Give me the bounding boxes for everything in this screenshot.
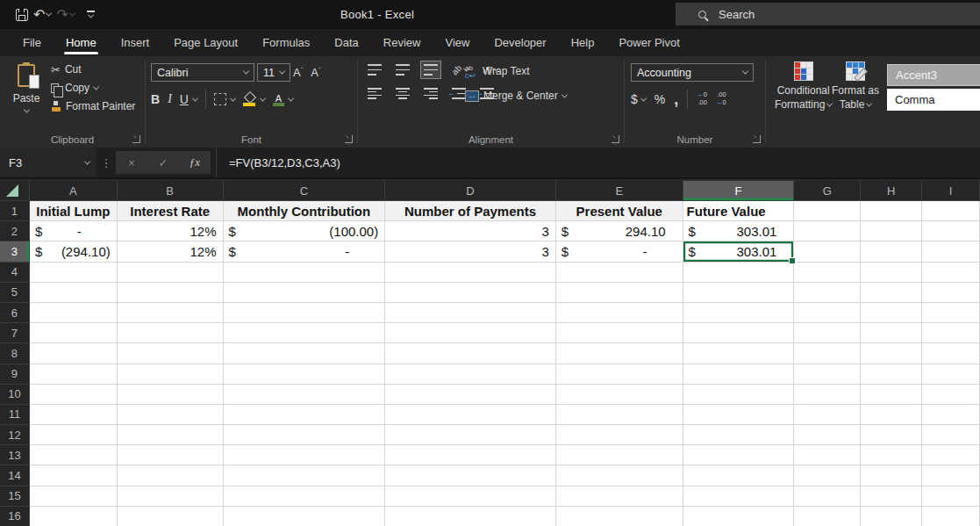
cell-G1[interactable] — [794, 201, 861, 221]
cell-E11[interactable] — [556, 405, 683, 425]
cell-F3[interactable]: $303.01 — [683, 241, 795, 262]
cell-I1[interactable] — [922, 201, 980, 221]
cell-E1[interactable]: Present Value — [556, 201, 683, 221]
row-header-9[interactable]: 9 — [0, 364, 30, 385]
cell-I6[interactable] — [922, 303, 980, 323]
cell-H9[interactable] — [861, 364, 922, 385]
cell-G14[interactable] — [794, 465, 861, 486]
cell-H2[interactable] — [861, 221, 922, 241]
column-header-G[interactable]: G — [794, 181, 861, 201]
alignment-dialog-launcher[interactable] — [612, 135, 619, 143]
cell-I13[interactable] — [922, 445, 980, 465]
cell-G10[interactable] — [794, 385, 861, 405]
cell-H10[interactable] — [861, 385, 922, 405]
font-color-button[interactable]: A — [273, 93, 293, 106]
cell-F10[interactable] — [683, 385, 795, 405]
underline-button[interactable]: U — [180, 92, 197, 106]
cell-D16[interactable] — [385, 507, 556, 526]
cell-I7[interactable] — [922, 323, 980, 343]
number-format-select[interactable]: Accounting — [631, 63, 754, 82]
tab-file[interactable]: File — [11, 29, 54, 56]
cancel-button[interactable]: × — [116, 156, 147, 169]
cell-E10[interactable] — [556, 385, 683, 405]
cell-E9[interactable] — [556, 364, 683, 385]
tab-insert[interactable]: Insert — [109, 29, 162, 56]
cell-A13[interactable] — [30, 445, 118, 465]
cell-H12[interactable] — [861, 425, 922, 445]
cell-E16[interactable] — [556, 507, 683, 526]
borders-button[interactable] — [214, 93, 235, 105]
cell-F7[interactable] — [683, 323, 795, 343]
column-header-I[interactable]: I — [922, 181, 980, 201]
cell-B2[interactable]: 12% — [118, 221, 224, 241]
cell-E3[interactable]: $- — [556, 241, 683, 262]
row-header-6[interactable]: 6 — [0, 303, 30, 323]
increase-font-size-button[interactable]: Aˆ — [293, 66, 308, 79]
cell-H4[interactable] — [861, 263, 922, 283]
row-header-5[interactable]: 5 — [0, 283, 30, 303]
cell-I2[interactable] — [922, 221, 980, 241]
cell-H14[interactable] — [861, 465, 922, 486]
cell-H13[interactable] — [861, 445, 922, 465]
cell-C11[interactable] — [224, 405, 386, 425]
top-align-button[interactable] — [365, 61, 384, 78]
cell-D2[interactable]: 3 — [385, 221, 556, 241]
cell-F13[interactable] — [683, 445, 795, 465]
cell-D12[interactable] — [385, 425, 556, 445]
cell-D8[interactable] — [385, 343, 556, 364]
cell-C2[interactable]: $(100.00) — [224, 221, 386, 241]
enter-button[interactable]: ✓ — [147, 156, 179, 169]
cell-A16[interactable] — [30, 507, 118, 526]
cell-G8[interactable] — [794, 343, 861, 364]
paste-button[interactable]: Paste — [7, 61, 46, 130]
number-dialog-launcher[interactable] — [753, 135, 761, 143]
cell-D13[interactable] — [385, 445, 556, 465]
cell-G13[interactable] — [794, 445, 861, 465]
cell-D6[interactable] — [385, 303, 556, 323]
cut-button[interactable]: ✂Cut — [51, 63, 135, 76]
cell-H11[interactable] — [861, 405, 922, 425]
cell-C12[interactable] — [224, 425, 386, 445]
cell-H16[interactable] — [861, 507, 922, 526]
cell-H6[interactable] — [861, 303, 922, 323]
clipboard-dialog-launcher[interactable] — [132, 135, 140, 143]
redo-button[interactable]: ↷ — [56, 8, 74, 22]
wrap-text-button[interactable]: abc↩Wrap Text — [465, 65, 567, 77]
cell-I10[interactable] — [922, 385, 980, 405]
cell-C5[interactable] — [224, 283, 386, 303]
cell-style-accent3[interactable]: Accent3 — [887, 64, 980, 86]
cell-C3[interactable]: $- — [224, 241, 386, 262]
font-dialog-launcher[interactable] — [345, 135, 353, 143]
cell-F5[interactable] — [683, 283, 795, 303]
cell-C7[interactable] — [224, 323, 386, 343]
cell-B14[interactable] — [118, 465, 224, 486]
cell-F1[interactable]: Future Value — [683, 201, 795, 221]
cell-D5[interactable] — [385, 283, 556, 303]
cell-A2[interactable]: $- — [30, 221, 118, 241]
cell-F16[interactable] — [683, 507, 795, 526]
cell-B12[interactable] — [118, 425, 224, 445]
cell-A3[interactable]: $(294.10) — [30, 241, 118, 262]
cell-H8[interactable] — [861, 343, 922, 364]
bottom-align-button[interactable] — [421, 61, 440, 78]
cell-D3[interactable]: 3 — [385, 241, 556, 262]
cell-A5[interactable] — [30, 283, 118, 303]
row-header-10[interactable]: 10 — [0, 385, 30, 405]
cell-E5[interactable] — [556, 283, 683, 303]
increase-decimal-button[interactable]: ←0.00 — [697, 91, 707, 106]
cell-F4[interactable] — [683, 263, 795, 283]
cell-H5[interactable] — [861, 283, 922, 303]
merge-center-button[interactable]: Merge & Center — [465, 90, 567, 102]
row-header-13[interactable]: 13 — [0, 445, 30, 465]
cell-A6[interactable] — [30, 303, 118, 323]
tab-review[interactable]: Review — [371, 29, 433, 56]
cell-I9[interactable] — [922, 364, 980, 385]
format-as-table-button[interactable]: Format as Table — [832, 61, 879, 112]
row-header-12[interactable]: 12 — [0, 425, 30, 445]
cell-F11[interactable] — [683, 405, 795, 425]
italic-button[interactable]: I — [168, 92, 172, 106]
cell-H7[interactable] — [861, 323, 922, 343]
customize-quick-access-button[interactable] — [87, 11, 95, 18]
cell-A9[interactable] — [30, 364, 118, 385]
cell-A14[interactable] — [30, 465, 118, 486]
